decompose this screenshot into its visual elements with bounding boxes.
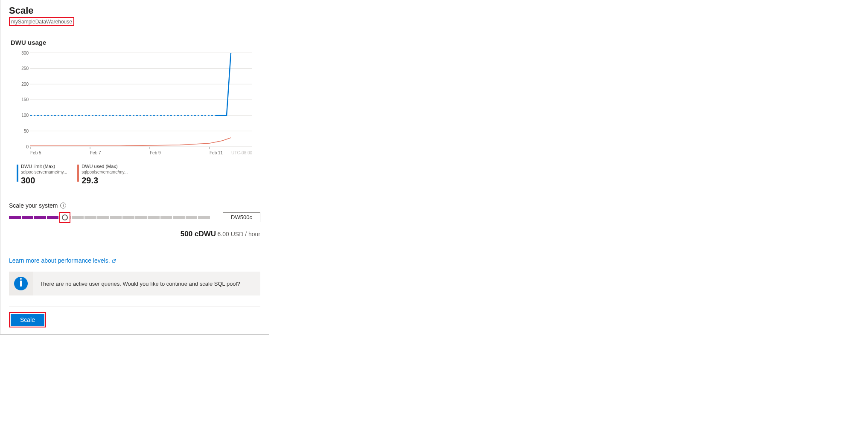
legend-value: 300	[21, 175, 67, 186]
legend-value: 29.3	[82, 175, 128, 186]
slider-segment	[9, 216, 21, 219]
slider-segment	[34, 216, 46, 219]
slider-segment	[47, 216, 59, 219]
slider-segment	[173, 216, 185, 219]
scale-panel: Scale mySampleDataWarehouse DWU usage 0 …	[0, 0, 269, 335]
info-icon[interactable]: i	[60, 203, 66, 209]
slider-segment	[198, 216, 210, 219]
pricing-row: 500 cDWU 6.00 USD / hour	[9, 230, 260, 238]
slider-segment	[135, 216, 147, 219]
scale-your-system-row: Scale your system i	[9, 202, 260, 209]
y-tick: 0	[26, 145, 29, 149]
external-link-icon	[112, 258, 117, 263]
learn-more-text: Learn more about performance levels.	[9, 257, 110, 264]
legend-title: DWU limit (Max)	[21, 164, 67, 170]
scale-your-system-label: Scale your system	[9, 202, 58, 209]
y-tick: 100	[21, 113, 29, 118]
slider-segment	[22, 216, 34, 219]
chart-legend: DWU limit (Max) sqlpoolservername/my... …	[17, 164, 260, 186]
slider-segment	[122, 216, 134, 219]
slider-segment	[160, 216, 172, 219]
slider-segment	[110, 216, 122, 219]
pricing-value: 500 cDWU	[181, 230, 216, 238]
page-title: Scale	[9, 5, 260, 16]
y-tick: 200	[21, 82, 29, 87]
y-tick: 300	[21, 51, 29, 55]
legend-item-limit: DWU limit (Max) sqlpoolservername/my... …	[17, 164, 67, 186]
slider-segment	[186, 216, 198, 219]
y-tick: 50	[24, 129, 29, 133]
info-banner: There are no active user queries. Would …	[9, 272, 260, 295]
info-banner-icon-wrap	[9, 272, 33, 295]
x-tick: Feb 11	[210, 151, 223, 155]
dwu-slider[interactable]	[9, 213, 210, 222]
pricing-rate: 6.00 USD / hour	[218, 231, 260, 237]
learn-more-link[interactable]: Learn more about performance levels.	[9, 257, 117, 264]
x-tick: Feb 9	[150, 151, 161, 155]
slider-thumb[interactable]	[62, 214, 68, 220]
slider-segment	[72, 216, 84, 219]
scale-button-highlight: Scale	[9, 312, 46, 327]
slider-segment	[97, 216, 109, 219]
legend-color-swatch	[17, 165, 18, 182]
resource-name-highlight: mySampleDataWarehouse	[9, 17, 74, 26]
slider-segment	[148, 216, 160, 219]
x-tick: Feb 5	[30, 151, 41, 155]
dwu-usage-chart: 0 50 100 150 200 250 300 Feb 5 Feb 7 Feb…	[13, 49, 261, 159]
dwu-usage-heading: DWU usage	[11, 39, 260, 46]
series-dwu-used	[30, 138, 231, 146]
slider-thumb-highlight	[59, 212, 70, 223]
legend-subtitle: sqlpoolservername/my...	[21, 170, 67, 175]
legend-item-used: DWU used (Max) sqlpoolservername/my... 2…	[77, 164, 128, 186]
info-icon	[14, 277, 28, 290]
divider	[9, 307, 260, 307]
resource-name: mySampleDataWarehouse	[11, 19, 72, 25]
scale-button[interactable]: Scale	[11, 314, 44, 326]
info-banner-message: There are no active user queries. Would …	[40, 281, 240, 287]
y-tick: 250	[21, 66, 29, 71]
legend-title: DWU used (Max)	[82, 164, 128, 170]
y-tick: 150	[21, 97, 29, 102]
legend-subtitle: sqlpoolservername/my...	[82, 170, 128, 175]
tz-label: UTC-08:00	[231, 151, 252, 155]
legend-color-swatch	[77, 165, 79, 182]
dwu-selected-value[interactable]: DW500c	[223, 212, 260, 222]
slider-segment	[84, 216, 96, 219]
x-tick: Feb 7	[90, 151, 101, 155]
